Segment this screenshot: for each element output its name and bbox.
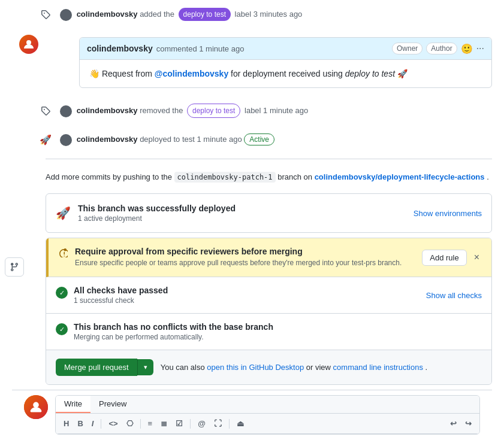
label-added-suffix: label 3 minutes ago [235, 10, 303, 19]
code-button[interactable]: <> [105, 417, 120, 430]
no-conflicts-left: ✓ This branch has no conflicts with the … [56, 322, 273, 341]
bottom-comment-row: Write Preview H B I <> ⎔ [12, 390, 492, 437]
merge-btn-group: Merge pull request ▾ [56, 359, 153, 376]
branch-code: colindembovsky-patch-1 [174, 172, 276, 183]
no-conflicts-icon: ✓ [56, 323, 68, 335]
timeline: colindembovsky added the deploy to test … [0, 0, 504, 437]
label-removed-text: colindembovsky removed the deploy to tes… [60, 104, 492, 118]
commenter-avatar [19, 35, 38, 54]
label-added-text: colindembovsky added the deploy to test … [60, 8, 492, 21]
editor-toolbar: H B I <> ⎔ ≡ ≣ ☑ @ [56, 414, 479, 434]
tab-preview[interactable]: Preview [90, 396, 135, 413]
user-avatar-small-3 [60, 134, 72, 146]
username-deployed: colindembovsky [77, 135, 138, 144]
page-container: colindembovsky added the deploy to test … [0, 0, 504, 437]
link-button[interactable]: ⎔ [123, 417, 136, 430]
checks-section: ✓ All checks have passed 1 successful ch… [46, 277, 491, 314]
merge-pull-request-button[interactable]: Merge pull request [56, 359, 137, 376]
no-conflicts-section: ✓ This branch has no conflicts with the … [46, 314, 491, 350]
label-removed-suffix: label 1 minute ago [245, 106, 308, 115]
comment-meta: commented 1 minute ago [156, 44, 245, 53]
deploy-to-test-label-outline: deploy to test [187, 104, 240, 118]
comment-body: 👋 Request from @colindembovsky for deplo… [80, 60, 491, 87]
bold-icon: B [77, 419, 83, 428]
bottom-avatar [24, 395, 48, 419]
deploy-to-test-label-purple: deploy to test [179, 8, 231, 21]
deploy-card-info: This branch was successfully deployed 1 … [78, 204, 236, 223]
comment-box: colindembovsky commented 1 minute ago Ow… [79, 37, 492, 88]
merge-helper-text: You can also open this in GitHub Desktop… [161, 363, 427, 372]
add-rule-button[interactable]: Add rule [422, 250, 466, 266]
more-options-button[interactable]: ··· [476, 43, 484, 54]
redo-button[interactable]: ↪ [462, 417, 475, 430]
commits-prefix: Add more commits by pushing to the [46, 172, 174, 181]
editor-tabs: Write Preview [56, 396, 479, 414]
bullet-list-button[interactable]: ≡ [145, 417, 156, 430]
comment-header: colindembovsky commented 1 minute ago Ow… [80, 38, 491, 60]
comment-username: colindembovsky [87, 44, 153, 53]
repo-link[interactable]: colindembovsky/deployment-lifecycle-acti… [315, 172, 485, 181]
reference-button[interactable]: ⛶ [211, 417, 225, 430]
at-mention: @colindembovsky [155, 69, 228, 78]
removed-action-text: removed the [140, 106, 185, 115]
check-icon-green: ✓ [56, 287, 68, 299]
merge-dropdown-button[interactable]: ▾ [137, 359, 153, 375]
commits-middle: branch on [277, 172, 314, 181]
commits-message: Add more commits by pushing to the colin… [12, 164, 492, 189]
show-all-checks-link[interactable]: Show all checks [426, 291, 482, 300]
bold-button[interactable]: B [74, 417, 86, 430]
require-approval-section: Require approval from specific reviewers… [46, 238, 491, 277]
italic-button[interactable]: I [89, 417, 97, 430]
tag-icon-2 [36, 101, 55, 120]
label-removed-activity: colindembovsky removed the deploy to tes… [12, 96, 492, 125]
deploy-card-left: 🚀 This branch was successfully deployed … [56, 204, 236, 223]
comment-header-right: Owner Author 🙂 ··· [392, 43, 484, 54]
attach-button[interactable]: ⏏ [234, 417, 247, 430]
no-conflicts-info: This branch has no conflicts with the ba… [74, 322, 273, 341]
user-avatar-small [60, 9, 72, 21]
mention-button[interactable]: @ [195, 417, 209, 430]
comment-content: colindembovsky commented 1 minute ago Ow… [46, 32, 492, 93]
deploy-card-title: This branch was successfully deployed [78, 204, 236, 213]
deploy-card-subtitle: 1 active deployment [78, 214, 236, 223]
divider [46, 159, 492, 159]
require-icon [58, 248, 68, 260]
label-added-activity: colindembovsky added the deploy to test … [12, 0, 492, 29]
command-line-link[interactable]: command line instructions [333, 363, 423, 372]
check-left: ✓ All checks have passed 1 successful ch… [56, 286, 168, 305]
toolbar-divider-2 [140, 419, 141, 429]
require-title: Require approval from specific reviewers… [75, 247, 402, 256]
open-desktop-link[interactable]: open this in GitHub Desktop [207, 363, 304, 372]
checks-subtitle: 1 successful check [74, 296, 168, 305]
ordered-list-button[interactable]: ≣ [158, 417, 170, 430]
rocket-icon: 🚀 [36, 130, 55, 149]
tab-write[interactable]: Write [56, 396, 90, 413]
toolbar-divider-4 [229, 419, 230, 429]
check-info: All checks have passed 1 successful chec… [74, 286, 168, 305]
user-avatar-small-2 [60, 105, 72, 117]
comment-row: colindembovsky commented 1 minute ago Ow… [12, 32, 492, 93]
require-left: Require approval from specific reviewers… [58, 247, 402, 268]
emoji-button[interactable]: 🙂 [461, 43, 473, 54]
username-label-added: colindembovsky [77, 10, 138, 19]
toolbar-divider-3 [190, 419, 191, 429]
active-badge: Active [244, 133, 274, 145]
branch-panel: Require approval from specific reviewers… [46, 238, 492, 385]
commits-suffix: . [487, 172, 489, 181]
checks-title: All checks have passed [74, 286, 168, 295]
show-environments-link[interactable]: Show environments [414, 209, 482, 218]
author-badge: Author [426, 43, 457, 54]
task-list-button[interactable]: ☑ [173, 417, 186, 430]
no-conflicts-subtitle: Merging can be performed automatically. [74, 333, 273, 341]
heading-button[interactable]: H [61, 417, 72, 430]
comment-avatar-col [12, 32, 46, 54]
deployed-activity: 🚀 colindembovsky deployed to test 1 minu… [12, 125, 492, 154]
username-label-removed: colindembovsky [77, 106, 138, 115]
deploy-card-rocket-icon: 🚀 [56, 206, 71, 220]
close-require-button[interactable]: × [472, 250, 482, 265]
svg-point-0 [26, 40, 31, 45]
require-actions: Add rule × [422, 250, 482, 266]
comment-editor: Write Preview H B I <> ⎔ [55, 395, 480, 435]
undo-button[interactable]: ↩ [447, 417, 460, 430]
tag-icon [36, 5, 55, 24]
